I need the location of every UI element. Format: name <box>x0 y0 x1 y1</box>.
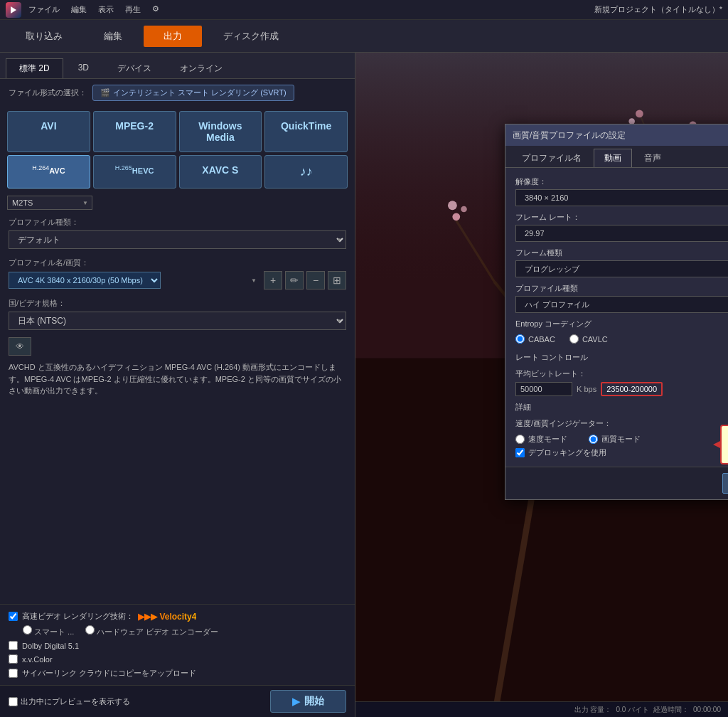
ok-button[interactable]: OK <box>722 473 728 494</box>
frametype-select[interactable]: プログレッシブ <box>515 260 728 277</box>
menu-edit[interactable]: 編集 <box>71 4 87 15</box>
speed-quality-row: 速度モード 画質モード <box>515 431 728 447</box>
delete-profile-button[interactable]: − <box>306 271 325 290</box>
encoding-mode-row: スマート ... ハードウェア ビデオ エンコーダー <box>9 624 346 639</box>
resolution-select[interactable]: 3840 × 2160 <box>515 189 728 206</box>
sub-tab-device[interactable]: デバイス <box>104 58 165 78</box>
format-selector-label: ファイル形式の選択： <box>9 87 87 98</box>
dialog-footer: OK キャンセル <box>505 467 728 499</box>
dialog-profile-type-label: プロファイル種類 <box>515 283 728 294</box>
main-tab-nav: 取り込み 編集 出力 ディスク作成 <box>0 20 728 53</box>
tab-output[interactable]: 出力 <box>144 26 202 47</box>
bitrate-row: K bps 23500-200000 4Kは 200Mbpsまで 使える。 <box>515 382 728 396</box>
profile-select[interactable]: AVC 4K 3840 x 2160/30p (50 Mbps) <box>9 272 161 289</box>
container-dropdown[interactable]: M2TS <box>7 196 92 210</box>
format-btn-mpeg2[interactable]: MPEG-2 <box>93 111 176 152</box>
speed-mode-radio[interactable] <box>515 435 525 444</box>
sub-tab-nav: 標準 2D 3D デバイス オンライン <box>0 53 355 79</box>
framerate-select[interactable]: 29.97 <box>515 225 728 242</box>
copy-profile-button[interactable]: ⊞ <box>328 271 346 290</box>
resolution-label: 解像度： <box>515 176 728 187</box>
format-btn-h265[interactable]: H.265HEVC <box>93 155 176 188</box>
start-play-icon: ▶ <box>292 696 300 707</box>
preview-output-label: 出力中にプレビューを表示する <box>21 696 130 707</box>
dolby-row: Dolby Digital 5.1 <box>9 639 346 652</box>
sub-tab-3d[interactable]: 3D <box>65 58 102 78</box>
preview-output-checkbox[interactable] <box>9 697 18 706</box>
country-label: 国/ビデオ規格： <box>9 298 346 309</box>
add-profile-button[interactable]: + <box>264 271 282 290</box>
smart-radio[interactable] <box>23 625 32 634</box>
elapsed-label: 経過時間： <box>653 705 689 715</box>
cyberlink-label: サイバーリンク クラウドにコピーをアップロード <box>22 668 196 679</box>
entropy-label: Entropy コーディング <box>515 319 728 329</box>
dialog-tab-video[interactable]: 動画 <box>594 149 632 167</box>
format-btn-xavcs[interactable]: XAVC S <box>179 155 262 188</box>
profile-type-dropdown[interactable]: デフォルト <box>9 230 346 249</box>
preview-eye-button[interactable]: 👁 <box>9 337 31 356</box>
cyberlink-checkbox[interactable] <box>9 669 18 678</box>
tab-edit[interactable]: 編集 <box>84 26 142 47</box>
speed-quality-label: 速度/画質インジゲーター： <box>515 418 728 429</box>
xvcolor-checkbox[interactable] <box>9 654 18 664</box>
hardware-radio[interactable] <box>85 625 95 634</box>
detail-section: 詳細 速度/画質インジゲーター： 速度モード 画質モード <box>515 402 728 458</box>
bitrate-input[interactable] <box>515 382 572 396</box>
cyberlink-row: サイバーリンク クラウドにコピーをアップロード <box>9 666 346 681</box>
dialog-profile-type-select[interactable]: ハイ プロファイル <box>515 296 728 313</box>
dialog-tab-audio[interactable]: 音声 <box>633 149 672 167</box>
deblock-checkbox[interactable] <box>515 448 525 457</box>
cabac-radio[interactable] <box>515 334 525 344</box>
tab-import[interactable]: 取り込み <box>6 26 82 47</box>
profile-name-label: プロファイル名/画質： <box>9 257 346 268</box>
cabac-radio-label: CABAC <box>515 334 555 344</box>
dialog-tab-profile-name[interactable]: プロファイル名 <box>511 149 592 167</box>
svg-marker-0 <box>11 6 16 14</box>
country-dropdown[interactable]: 日本 (NTSC) <box>9 312 346 330</box>
frametype-label: フレーム種類 <box>515 248 728 258</box>
high-speed-row: 高速ビデオ レンダリング技術： ▶▶▶ Velocity4 <box>9 609 346 624</box>
svrt-button[interactable]: 🎬 インテリジェント スマート レンダリング (SVRT) <box>92 85 294 101</box>
title-bar: ファイル 編集 表示 再生 ⚙ 新規プロジェクト（タイトルなし）* <box>0 0 728 20</box>
speed-mode-text: 速度モード <box>528 434 567 445</box>
menu-bar: ファイル 編集 表示 再生 ⚙ <box>28 4 159 15</box>
tab-disc[interactable]: ディスク作成 <box>203 26 299 47</box>
entropy-group: CABAC CAVLC <box>515 331 728 346</box>
velocity-logo: ▶▶▶ Velocity4 <box>138 612 196 622</box>
cavlc-radio[interactable] <box>569 334 579 344</box>
menu-file[interactable]: ファイル <box>28 4 60 15</box>
app-logo <box>6 2 21 18</box>
profile-name-section: プロファイル名/画質： AVC 4K 3840 x 2160/30p (50 M… <box>0 253 355 294</box>
dolby-checkbox[interactable] <box>9 641 18 650</box>
format-btn-avi[interactable]: AVI <box>7 111 90 152</box>
profile-settings-dialog: 画質/音質プロファイルの設定 ✕ プロファイル名 動画 音声 解像度： 3840… <box>505 124 728 500</box>
rate-control-section: レート コントロール 平均ビットレート： K bps 23500-200000 … <box>515 352 728 396</box>
bitrate-range: 23500-200000 <box>601 382 663 396</box>
menu-tools-icon[interactable]: ⚙ <box>152 4 159 15</box>
hardware-radio-label: ハードウェア ビデオ エンコーダー <box>85 625 218 637</box>
cavlc-label: CAVLC <box>582 335 608 344</box>
xvcolor-row: x.v.Color <box>9 652 346 666</box>
tooltip-balloon: 4Kは 200Mbpsまで 使える。 <box>720 425 728 464</box>
menu-play[interactable]: 再生 <box>125 4 141 15</box>
start-button[interactable]: ▶ 開始 <box>270 690 346 713</box>
quality-mode-radio[interactable] <box>589 435 598 444</box>
start-row: 出力中にプレビューを表示する ▶ 開始 <box>0 685 355 717</box>
framerate-label: フレーム レート： <box>515 212 728 223</box>
container-row: M2TS <box>0 193 355 213</box>
format-btn-qt[interactable]: QuickTime <box>264 111 348 152</box>
speed-mode-label: 速度モード <box>515 434 567 445</box>
cabac-label: CABAC <box>528 335 555 344</box>
status-progress: 出力 容量： 0.0 バイト 経過時間： 00:00:00 <box>574 705 721 715</box>
sub-tab-2d[interactable]: 標準 2D <box>6 58 63 78</box>
project-title: 新規プロジェクト（タイトルなし）* <box>594 4 722 15</box>
format-btn-wmv[interactable]: Windows Media <box>179 111 262 152</box>
edit-profile-button[interactable]: ✏ <box>285 271 304 290</box>
format-btn-audio[interactable]: ♪♪ <box>264 155 348 188</box>
sub-tab-online[interactable]: オンライン <box>166 58 236 78</box>
format-btn-h264[interactable]: H.264AVC <box>7 155 90 188</box>
quality-mode-text: 画質モード <box>601 434 641 445</box>
dialog-tab-nav: プロファイル名 動画 音声 <box>505 146 728 168</box>
menu-view[interactable]: 表示 <box>98 4 114 15</box>
high-speed-checkbox[interactable] <box>9 612 18 621</box>
